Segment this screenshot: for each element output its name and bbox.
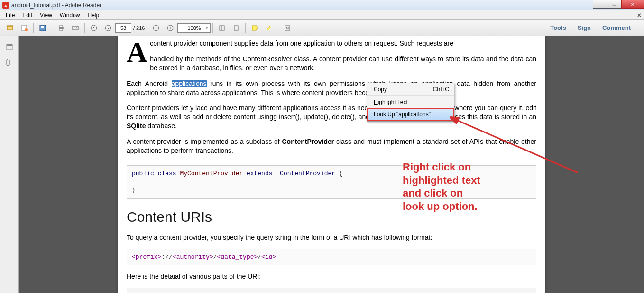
- context-menu: Copy Ctrl+C Highlight Text Look Up "appl…: [367, 83, 454, 122]
- sign-link[interactable]: Sign: [572, 22, 597, 33]
- email-icon[interactable]: [69, 22, 82, 34]
- separator: [33, 23, 34, 33]
- comment-link[interactable]: Comment: [597, 22, 636, 33]
- menu-bar: File Edit View Window Help ×: [0, 10, 644, 20]
- attachments-icon[interactable]: [2, 55, 17, 69]
- sticky-note-icon[interactable]: [248, 22, 261, 34]
- svg-rect-9: [60, 25, 63, 27]
- separator: [278, 23, 278, 33]
- thumbnails-icon[interactable]: [2, 40, 17, 54]
- document-close-icon[interactable]: ×: [637, 11, 641, 19]
- svg-point-13: [105, 25, 111, 31]
- save-icon[interactable]: [37, 22, 49, 34]
- highlight-icon[interactable]: [263, 22, 275, 34]
- window-controls: – ▭ ✕: [593, 0, 644, 9]
- paragraph-2: Each Android applications runs in its ow…: [127, 79, 536, 97]
- separator: [147, 23, 147, 33]
- menu-file[interactable]: File: [2, 11, 18, 19]
- left-sidebar: [0, 36, 19, 293]
- zoom-select[interactable]: 100%: [177, 23, 211, 33]
- menu-edit[interactable]: Edit: [18, 11, 36, 19]
- svg-text:A: A: [4, 4, 7, 8]
- dropcap-letter: A: [127, 41, 147, 64]
- svg-rect-10: [60, 29, 63, 31]
- zoom-value: 100%: [187, 25, 201, 31]
- annotation-text: Right click on highlighted text and clic…: [403, 161, 480, 213]
- menu-window[interactable]: Window: [56, 11, 84, 19]
- context-menu-highlight[interactable]: Highlight Text: [367, 95, 454, 108]
- svg-point-5: [25, 28, 28, 31]
- context-menu-lookup[interactable]: Look Up "applications": [367, 108, 454, 121]
- svg-rect-3: [7, 27, 13, 30]
- window-titlebar: A android_tutorial.pdf - Adobe Reader – …: [0, 0, 644, 10]
- toolbar: / 216 100% Tools Sign Comment: [0, 20, 644, 36]
- zoom-in-icon[interactable]: [164, 22, 176, 34]
- zoom-out-icon[interactable]: [150, 22, 162, 34]
- main-area: A content provider component supplies da…: [0, 36, 644, 293]
- uri-parts-table: Part Description prefix This is always s…: [127, 288, 536, 293]
- page-number-input[interactable]: [115, 23, 131, 33]
- tools-link[interactable]: Tools: [544, 22, 572, 33]
- paragraph-1a: content provider component supplies data…: [150, 39, 453, 47]
- separator: [52, 23, 52, 33]
- close-button[interactable]: ✕: [621, 0, 644, 9]
- document-viewport[interactable]: A content provider component supplies da…: [19, 36, 644, 293]
- right-tool-links: Tools Sign Comment: [544, 22, 641, 33]
- create-pdf-icon[interactable]: [18, 22, 30, 34]
- svg-point-12: [91, 25, 97, 31]
- separator: [84, 23, 85, 33]
- svg-rect-24: [7, 44, 12, 46]
- table-header-desc: Description: [165, 288, 536, 293]
- copy-shortcut: Ctrl+C: [433, 85, 449, 93]
- paragraph-5: To query a content provider, you specify…: [127, 233, 536, 242]
- page-up-icon[interactable]: [88, 22, 100, 34]
- highlighted-text[interactable]: applications: [172, 80, 207, 87]
- minimize-button[interactable]: –: [593, 0, 607, 9]
- print-icon[interactable]: [55, 22, 67, 34]
- code-block-2: <prefix>://<authority>/<data_type>/<id>: [127, 249, 536, 266]
- separator: [245, 23, 246, 33]
- window-title: android_tutorial.pdf - Adobe Reader: [11, 2, 101, 9]
- table-header-row: Part Description: [127, 288, 536, 293]
- pdf-page: A content provider component supplies da…: [118, 36, 545, 293]
- menu-help[interactable]: Help: [84, 11, 103, 19]
- menu-view[interactable]: View: [36, 11, 56, 19]
- paragraph-6: Here is the detaial of various parts of …: [127, 272, 536, 281]
- page-count-label: / 216: [133, 25, 145, 31]
- page-down-icon[interactable]: [102, 22, 114, 34]
- svg-rect-21: [234, 26, 238, 30]
- maximize-button[interactable]: ▭: [607, 0, 621, 9]
- page-view-icon[interactable]: [230, 22, 242, 34]
- svg-rect-7: [41, 26, 44, 28]
- table-header-part: Part: [127, 288, 165, 293]
- separator: [212, 23, 213, 33]
- read-mode-icon[interactable]: [281, 22, 294, 34]
- paragraph-1b: handled by the methods of the ContentRes…: [127, 55, 536, 73]
- open-icon[interactable]: [4, 22, 16, 34]
- toggle-bookmark-icon[interactable]: [216, 22, 228, 34]
- pdf-icon: A: [2, 1, 9, 9]
- context-menu-copy[interactable]: Copy Ctrl+C: [367, 83, 454, 95]
